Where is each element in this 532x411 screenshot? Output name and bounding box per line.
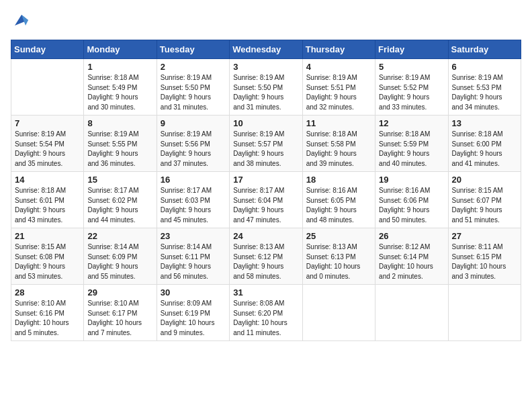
logo-icon — [12, 11, 31, 30]
day-cell: 11Sunrise: 8:18 AM Sunset: 5:58 PM Dayli… — [302, 116, 375, 172]
day-number: 2 — [161, 62, 226, 72]
day-number: 7 — [15, 118, 80, 128]
day-number: 5 — [379, 62, 444, 72]
week-row-3: 14Sunrise: 8:18 AM Sunset: 6:01 PM Dayli… — [11, 172, 521, 228]
header-sunday: Sunday — [11, 40, 84, 59]
day-number: 19 — [379, 175, 444, 185]
logo-text — [11, 11, 31, 33]
day-cell: 4Sunrise: 8:19 AM Sunset: 5:51 PM Daylig… — [302, 59, 375, 116]
day-number: 4 — [306, 62, 371, 72]
day-number: 12 — [379, 118, 444, 128]
day-number: 16 — [161, 175, 226, 185]
header-monday: Monday — [84, 40, 157, 59]
week-row-1: 1Sunrise: 8:18 AM Sunset: 5:49 PM Daylig… — [11, 59, 521, 116]
day-cell: 24Sunrise: 8:13 AM Sunset: 6:12 PM Dayli… — [230, 228, 302, 285]
day-cell: 10Sunrise: 8:19 AM Sunset: 5:57 PM Dayli… — [230, 116, 302, 172]
day-number: 28 — [15, 287, 80, 298]
day-number: 14 — [15, 175, 80, 185]
day-info: Sunrise: 8:18 AM Sunset: 5:49 PM Dayligh… — [87, 73, 152, 112]
logo — [11, 11, 31, 33]
day-number: 23 — [161, 231, 226, 241]
day-cell: 26Sunrise: 8:12 AM Sunset: 6:14 PM Dayli… — [375, 228, 448, 285]
week-row-2: 7Sunrise: 8:19 AM Sunset: 5:54 PM Daylig… — [11, 116, 521, 172]
day-cell: 8Sunrise: 8:19 AM Sunset: 5:55 PM Daylig… — [84, 116, 157, 172]
day-cell: 29Sunrise: 8:10 AM Sunset: 6:17 PM Dayli… — [84, 285, 157, 341]
day-number: 20 — [452, 175, 517, 185]
day-cell: 20Sunrise: 8:15 AM Sunset: 6:07 PM Dayli… — [448, 172, 521, 228]
day-cell: 21Sunrise: 8:15 AM Sunset: 6:08 PM Dayli… — [11, 228, 84, 285]
day-cell: 9Sunrise: 8:19 AM Sunset: 5:56 PM Daylig… — [157, 116, 229, 172]
day-number: 9 — [161, 118, 226, 128]
day-info: Sunrise: 8:18 AM Sunset: 6:00 PM Dayligh… — [452, 130, 517, 169]
day-number: 17 — [233, 175, 298, 185]
day-cell: 19Sunrise: 8:16 AM Sunset: 6:06 PM Dayli… — [375, 172, 448, 228]
day-info: Sunrise: 8:12 AM Sunset: 6:14 PM Dayligh… — [379, 242, 444, 281]
day-info: Sunrise: 8:14 AM Sunset: 6:09 PM Dayligh… — [87, 242, 152, 281]
day-number: 6 — [452, 62, 517, 72]
header-row: Sunday Monday Tuesday Wednesday Thursday… — [11, 40, 521, 59]
day-cell — [302, 285, 375, 341]
day-info: Sunrise: 8:14 AM Sunset: 6:11 PM Dayligh… — [161, 242, 226, 281]
day-info: Sunrise: 8:19 AM Sunset: 5:56 PM Dayligh… — [161, 130, 226, 169]
day-number: 22 — [87, 231, 152, 241]
day-number: 29 — [87, 287, 152, 298]
day-info: Sunrise: 8:16 AM Sunset: 6:06 PM Dayligh… — [379, 186, 444, 225]
day-info: Sunrise: 8:13 AM Sunset: 6:12 PM Dayligh… — [233, 242, 298, 281]
day-number: 1 — [87, 62, 152, 72]
day-cell: 25Sunrise: 8:13 AM Sunset: 6:13 PM Dayli… — [302, 228, 375, 285]
day-number: 13 — [452, 118, 517, 128]
day-number: 26 — [379, 231, 444, 241]
day-cell: 3Sunrise: 8:19 AM Sunset: 5:50 PM Daylig… — [230, 59, 302, 116]
day-cell: 16Sunrise: 8:17 AM Sunset: 6:03 PM Dayli… — [157, 172, 229, 228]
day-info: Sunrise: 8:08 AM Sunset: 6:20 PM Dayligh… — [233, 299, 298, 338]
day-info: Sunrise: 8:13 AM Sunset: 6:13 PM Dayligh… — [306, 242, 371, 281]
day-cell: 6Sunrise: 8:19 AM Sunset: 5:53 PM Daylig… — [448, 59, 521, 116]
day-cell: 15Sunrise: 8:17 AM Sunset: 6:02 PM Dayli… — [84, 172, 157, 228]
day-number: 15 — [87, 175, 152, 185]
day-info: Sunrise: 8:09 AM Sunset: 6:19 PM Dayligh… — [161, 299, 226, 338]
day-info: Sunrise: 8:18 AM Sunset: 6:01 PM Dayligh… — [15, 186, 80, 225]
day-info: Sunrise: 8:15 AM Sunset: 6:08 PM Dayligh… — [15, 242, 80, 281]
day-number: 11 — [306, 118, 371, 128]
day-cell: 30Sunrise: 8:09 AM Sunset: 6:19 PM Dayli… — [157, 285, 229, 341]
day-number: 3 — [233, 62, 298, 72]
day-number: 8 — [87, 118, 152, 128]
day-cell — [448, 285, 521, 341]
day-info: Sunrise: 8:11 AM Sunset: 6:15 PM Dayligh… — [452, 242, 517, 281]
day-cell: 17Sunrise: 8:17 AM Sunset: 6:04 PM Dayli… — [230, 172, 302, 228]
day-info: Sunrise: 8:10 AM Sunset: 6:17 PM Dayligh… — [87, 299, 152, 338]
header-friday: Friday — [375, 40, 448, 59]
day-cell: 18Sunrise: 8:16 AM Sunset: 6:05 PM Dayli… — [302, 172, 375, 228]
day-cell — [11, 59, 84, 116]
day-cell — [375, 285, 448, 341]
day-cell: 22Sunrise: 8:14 AM Sunset: 6:09 PM Dayli… — [84, 228, 157, 285]
day-number: 24 — [233, 231, 298, 241]
day-cell: 31Sunrise: 8:08 AM Sunset: 6:20 PM Dayli… — [230, 285, 302, 341]
page-header — [11, 11, 521, 33]
day-cell: 2Sunrise: 8:19 AM Sunset: 5:50 PM Daylig… — [157, 59, 229, 116]
day-cell: 1Sunrise: 8:18 AM Sunset: 5:49 PM Daylig… — [84, 59, 157, 116]
day-number: 31 — [233, 287, 298, 298]
day-cell: 13Sunrise: 8:18 AM Sunset: 6:00 PM Dayli… — [448, 116, 521, 172]
day-info: Sunrise: 8:18 AM Sunset: 5:59 PM Dayligh… — [379, 130, 444, 169]
day-cell: 28Sunrise: 8:10 AM Sunset: 6:16 PM Dayli… — [11, 285, 84, 341]
day-info: Sunrise: 8:19 AM Sunset: 5:50 PM Dayligh… — [233, 73, 298, 112]
day-number: 10 — [233, 118, 298, 128]
day-number: 18 — [306, 175, 371, 185]
day-info: Sunrise: 8:19 AM Sunset: 5:50 PM Dayligh… — [161, 73, 226, 112]
day-info: Sunrise: 8:19 AM Sunset: 5:52 PM Dayligh… — [379, 73, 444, 112]
header-wednesday: Wednesday — [230, 40, 302, 59]
day-info: Sunrise: 8:17 AM Sunset: 6:04 PM Dayligh… — [233, 186, 298, 225]
week-row-5: 28Sunrise: 8:10 AM Sunset: 6:16 PM Dayli… — [11, 285, 521, 341]
day-number: 30 — [161, 287, 226, 298]
day-cell: 27Sunrise: 8:11 AM Sunset: 6:15 PM Dayli… — [448, 228, 521, 285]
day-info: Sunrise: 8:19 AM Sunset: 5:53 PM Dayligh… — [452, 73, 517, 112]
header-saturday: Saturday — [448, 40, 521, 59]
header-tuesday: Tuesday — [157, 40, 229, 59]
day-info: Sunrise: 8:19 AM Sunset: 5:54 PM Dayligh… — [15, 130, 80, 169]
day-number: 21 — [15, 231, 80, 241]
day-cell: 7Sunrise: 8:19 AM Sunset: 5:54 PM Daylig… — [11, 116, 84, 172]
calendar-table: Sunday Monday Tuesday Wednesday Thursday… — [11, 40, 521, 341]
day-info: Sunrise: 8:15 AM Sunset: 6:07 PM Dayligh… — [452, 186, 517, 225]
day-info: Sunrise: 8:19 AM Sunset: 5:57 PM Dayligh… — [233, 130, 298, 169]
